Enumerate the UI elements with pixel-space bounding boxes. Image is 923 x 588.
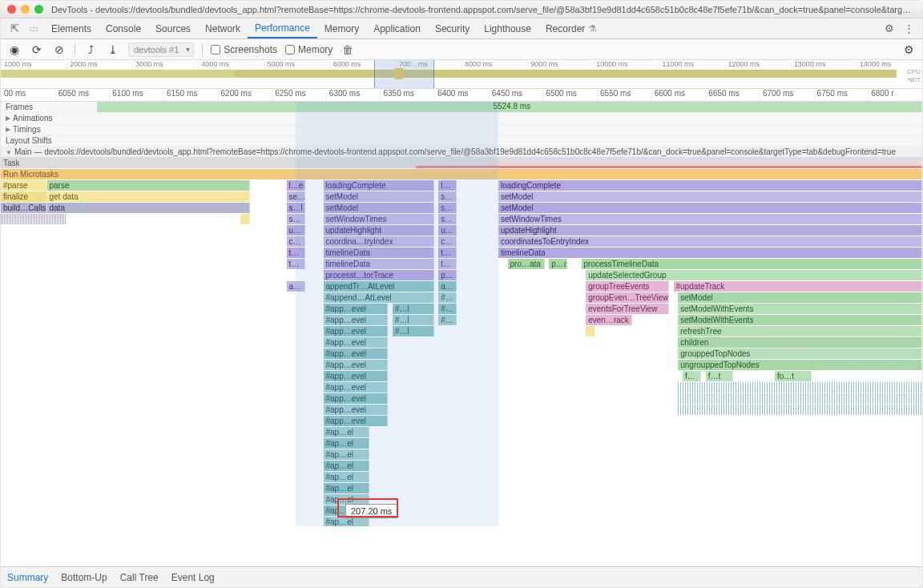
self-time-stripes	[678, 382, 922, 393]
panel-tabbar: ⇱ ▭ Elements Console Sources Network Per…	[1, 18, 922, 39]
devtools-window: DevTools - devtools://devtools/bundled/d…	[0, 0, 923, 588]
tab-application[interactable]: Application	[366, 18, 428, 38]
tab-call-tree[interactable]: Call Tree	[120, 572, 159, 583]
tab-memory[interactable]: Memory	[317, 18, 366, 38]
record-icon[interactable]: ◉	[7, 42, 22, 57]
more-icon[interactable]: ⋮	[900, 20, 917, 38]
overview-cpu-band	[1, 70, 897, 78]
perf-toolbar: ◉ ⟳ ⊘ ⤴ ⤓ devtools #1 Screenshots Memory…	[1, 39, 922, 60]
selection-duration: 5524.8 ms	[493, 102, 530, 111]
inspect-icon[interactable]: ⇱	[6, 20, 23, 38]
screenshots-checkbox[interactable]: Screenshots	[211, 44, 277, 55]
capture-settings-icon[interactable]: ⚙	[901, 42, 916, 57]
tab-event-log[interactable]: Event Log	[171, 572, 215, 583]
tab-sources[interactable]: Sources	[148, 18, 198, 38]
flame-chart[interactable]: Frames 5524.8 ms ▶Animations ▶Timings La…	[1, 102, 922, 526]
layout-shifts-track[interactable]: Layout Shifts	[1, 135, 922, 147]
annotation-highlight	[337, 498, 398, 518]
device-toggle-icon[interactable]: ▭	[25, 20, 42, 38]
animations-track[interactable]: ▶Animations	[1, 113, 922, 124]
profile-select[interactable]: devtools #1	[128, 42, 194, 57]
reload-record-icon[interactable]: ⟳	[30, 42, 44, 57]
download-icon[interactable]: ⤓	[106, 42, 120, 57]
main-thread-header[interactable]: ▼Main — devtools://devtools/bundled/devt…	[1, 147, 922, 158]
tab-bottom-up[interactable]: Bottom-Up	[61, 572, 107, 583]
tab-security[interactable]: Security	[428, 18, 477, 38]
timings-track[interactable]: ▶Timings	[1, 124, 922, 135]
settings-gear-icon[interactable]: ⚙	[881, 20, 898, 38]
tab-recorder[interactable]: Recorder⚗	[538, 18, 604, 38]
timeline-overview[interactable]: 1000 ms2000 ms3000 ms4000 ms5000 ms6000 …	[1, 60, 922, 89]
tab-elements[interactable]: Elements	[44, 18, 99, 38]
overview-track-labels: CPU NET	[907, 68, 921, 84]
flask-icon: ⚗	[588, 23, 597, 34]
titlebar: DevTools - devtools://devtools/bundled/d…	[1, 1, 922, 18]
details-tabs: Summary Bottom-Up Call Tree Event Log	[1, 566, 922, 587]
clear-icon[interactable]: ⊘	[52, 42, 67, 57]
timeline-ruler[interactable]: 00 ms6050 ms6100 ms6150 ms6200 ms6250 ms…	[1, 89, 922, 102]
tab-network[interactable]: Network	[198, 18, 248, 38]
trash-icon[interactable]: 🗑	[341, 42, 355, 57]
frames-label: Frames	[1, 103, 97, 111]
frames-track[interactable]: Frames 5524.8 ms	[1, 102, 922, 113]
memory-checkbox[interactable]: Memory	[285, 44, 333, 55]
window-title: DevTools - devtools://devtools/bundled/d…	[51, 5, 916, 14]
tab-lighthouse[interactable]: Lighthouse	[477, 18, 538, 38]
panel-tabs: Elements Console Sources Network Perform…	[44, 18, 604, 38]
maximize-icon[interactable]	[34, 5, 43, 14]
self-time-stripes	[1, 214, 66, 224]
tab-performance[interactable]: Performance	[248, 18, 317, 38]
main-flame[interactable]: Task Run Microtasks #parse parse l…e loa…	[1, 158, 922, 526]
overview-selection[interactable]	[374, 60, 434, 88]
upload-icon[interactable]: ⤴	[83, 42, 98, 57]
tab-summary[interactable]: Summary	[7, 572, 48, 583]
overview-ticks: 1000 ms2000 ms3000 ms4000 ms5000 ms6000 …	[1, 60, 922, 70]
close-icon[interactable]	[7, 5, 16, 14]
tab-console[interactable]: Console	[99, 18, 148, 38]
traffic-lights	[7, 5, 43, 14]
minimize-icon[interactable]	[21, 5, 30, 14]
